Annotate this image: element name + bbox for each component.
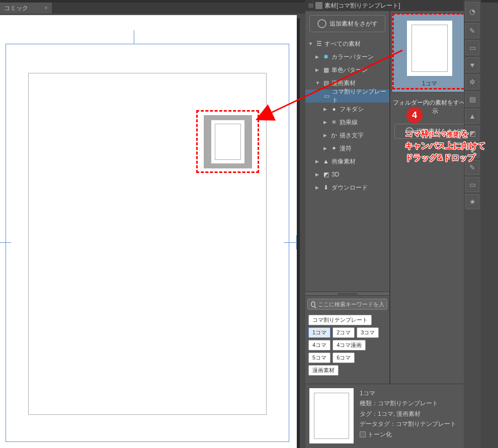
tree-item-color-pattern[interactable]: ▶✱カラーパターン bbox=[305, 50, 389, 63]
splitter-handle[interactable] bbox=[305, 292, 389, 296]
tag-item[interactable]: 4コマ漫画 bbox=[333, 340, 366, 350]
tool-icon[interactable]: ✲ bbox=[465, 74, 479, 89]
quick-access-icon[interactable]: ◔ bbox=[465, 2, 479, 21]
tree-item-manpu[interactable]: ▶✦漫符 bbox=[305, 142, 389, 155]
box-icon: ☰ bbox=[315, 40, 322, 47]
tag-area: コマ割りテンプレート 1コマ 2コマ 3コマ 4コマ 4コマ漫画 5コマ 6コマ… bbox=[305, 313, 389, 378]
tool-icon[interactable]: ▭ bbox=[465, 177, 479, 192]
vertical-splitter[interactable] bbox=[389, 11, 390, 384]
manga-icon: ▤ bbox=[322, 79, 329, 86]
tree-item-sound-text[interactable]: ▶か描き文字 bbox=[305, 129, 389, 142]
drag-drop-highlight bbox=[196, 110, 259, 173]
chevron-right-icon[interactable]: ▶ bbox=[323, 133, 328, 138]
document-tab[interactable]: コミック × bbox=[0, 3, 52, 14]
template-icon: ▭ bbox=[323, 93, 330, 100]
tree-item-3d[interactable]: ▶◩3D bbox=[305, 168, 389, 181]
chevron-right-icon[interactable]: ▶ bbox=[323, 107, 328, 112]
material-thumbnail[interactable]: 1コマ bbox=[392, 14, 467, 92]
tree-label: カラーパターン bbox=[331, 53, 374, 61]
crop-mark bbox=[284, 242, 298, 243]
tree-label: 3D bbox=[331, 171, 339, 178]
detail-datatag-value: コマ割りテンプレート bbox=[396, 420, 456, 427]
panel-header[interactable]: 素材[コマ割りテンプレート] bbox=[305, 0, 481, 11]
thumbnail-image bbox=[407, 21, 452, 76]
cube-icon: ◩ bbox=[322, 171, 329, 178]
canvas-area[interactable] bbox=[0, 14, 305, 448]
tag-item[interactable]: 1コマ bbox=[308, 327, 330, 338]
tree-label: 効果線 bbox=[340, 118, 358, 127]
dragged-material-thumbnail[interactable] bbox=[204, 115, 252, 168]
tool-icon[interactable]: ★ bbox=[465, 194, 479, 209]
chevron-down-icon[interactable]: ▼ bbox=[315, 80, 320, 85]
tree-label: ダウンロード bbox=[331, 184, 368, 192]
detail-type-label: 種類： bbox=[360, 400, 378, 407]
text-icon: か bbox=[330, 132, 338, 139]
panel-title: 素材[コマ割りテンプレート] bbox=[324, 2, 400, 10]
download-icon: ⬇ bbox=[322, 184, 329, 191]
tag-item[interactable]: コマ割りテンプレート bbox=[308, 315, 372, 325]
detail-name: 1コマ bbox=[360, 388, 477, 398]
tag-item[interactable]: 5コマ bbox=[308, 352, 330, 363]
detail-tag-value: 1コマ, 漫画素材 bbox=[378, 410, 421, 417]
search-input[interactable]: ここに検索キーワードを入力してくださ bbox=[307, 299, 387, 310]
close-icon[interactable]: × bbox=[44, 5, 48, 12]
chevron-right-icon[interactable]: ▶ bbox=[323, 120, 328, 125]
tag-item[interactable]: 3コマ bbox=[357, 327, 379, 338]
crop-mark bbox=[134, 30, 134, 44]
tool-icon[interactable]: ✎ bbox=[465, 23, 479, 38]
detail-metadata: 1コマ 種類：コマ割りテンプレート タグ：1コマ, 漫画素材 データタグ：コマ割… bbox=[360, 388, 477, 444]
detail-datatag-label: データタグ： bbox=[360, 420, 396, 427]
material-tree: ▼ ☰ すべての素材 ▶✱カラーパターン ▶▦単色パターン ▼▤漫画素材 ▭コマ… bbox=[305, 36, 389, 195]
tool-icon[interactable]: ▲ bbox=[465, 109, 479, 124]
grip-icon[interactable] bbox=[308, 4, 313, 8]
tree-item-image-material[interactable]: ▶▲画像素材 bbox=[305, 155, 389, 168]
panel-icon bbox=[315, 2, 322, 9]
tool-icon[interactable]: ▤ bbox=[465, 92, 479, 107]
chevron-right-icon[interactable]: ▶ bbox=[315, 185, 320, 190]
tool-icon[interactable]: ♥ bbox=[465, 57, 479, 72]
materials-panel: 素材[コマ割りテンプレート] 追加素材をさがす ▼ ☰ すべての素材 ▶✱カラー… bbox=[305, 0, 481, 448]
tone-label: トーン化 bbox=[368, 431, 392, 438]
effect-icon: ✳ bbox=[330, 119, 338, 126]
tree-item-download[interactable]: ▶⬇ダウンロード bbox=[305, 181, 389, 194]
tree-label: 単色パターン bbox=[331, 66, 368, 74]
annotation-step-badge: 4 bbox=[406, 107, 423, 123]
search-placeholder: ここに検索キーワードを入力してくださ bbox=[318, 301, 384, 308]
crop-mark bbox=[296, 235, 297, 249]
chevron-right-icon[interactable]: ▶ bbox=[315, 172, 320, 177]
tree-label: 画像素材 bbox=[331, 157, 356, 166]
color-icon: ✱ bbox=[322, 53, 329, 60]
tree-label: 漫符 bbox=[340, 144, 352, 153]
tree-item-effect-lines[interactable]: ▶✳効果線 bbox=[305, 116, 389, 129]
chevron-right-icon[interactable]: ▶ bbox=[315, 67, 320, 72]
annotation-text: コマ枠(1コマ推奨)を キャンパス上に向けて ドラッグ&ドロップ bbox=[405, 128, 485, 164]
detail-thumbnail bbox=[309, 388, 354, 443]
tag-item[interactable]: 2コマ bbox=[333, 327, 355, 338]
tool-icon[interactable]: ▭ bbox=[465, 40, 479, 55]
mono-icon: ▦ bbox=[322, 66, 329, 73]
tag-item[interactable]: 6コマ bbox=[333, 352, 355, 363]
detail-type-value: コマ割りテンプレート bbox=[378, 400, 438, 407]
canvas-page[interactable] bbox=[0, 15, 297, 448]
tree-item-mono-pattern[interactable]: ▶▦単色パターン bbox=[305, 63, 389, 76]
search-icon bbox=[311, 301, 315, 307]
tag-item[interactable]: 漫画素材 bbox=[308, 365, 339, 376]
find-additional-materials-button[interactable]: 追加素材をさがす bbox=[309, 15, 385, 32]
detail-tag-label: タグ： bbox=[360, 410, 378, 417]
tree-item-frame-template[interactable]: ▭コマ割りテンプレート bbox=[305, 89, 389, 103]
tree-label: コマ割りテンプレート bbox=[332, 87, 389, 105]
tone-checkbox[interactable] bbox=[360, 431, 366, 437]
chevron-right-icon[interactable]: ▶ bbox=[323, 146, 328, 151]
crop-mark bbox=[0, 242, 11, 243]
button-label: 追加素材をさがす bbox=[329, 20, 378, 28]
tree-label: 描き文字 bbox=[340, 131, 364, 140]
tag-item[interactable]: 4コマ bbox=[308, 340, 330, 350]
tree-label: すべての素材 bbox=[324, 40, 361, 48]
tree-root[interactable]: ▼ ☰ すべての素材 bbox=[305, 37, 389, 50]
chevron-right-icon[interactable]: ▶ bbox=[315, 54, 320, 59]
manpu-icon: ✦ bbox=[330, 145, 338, 152]
chevron-down-icon[interactable]: ▼ bbox=[308, 41, 313, 46]
refresh-icon bbox=[317, 19, 326, 28]
balloon-icon: ● bbox=[330, 106, 338, 113]
chevron-right-icon[interactable]: ▶ bbox=[315, 159, 320, 164]
